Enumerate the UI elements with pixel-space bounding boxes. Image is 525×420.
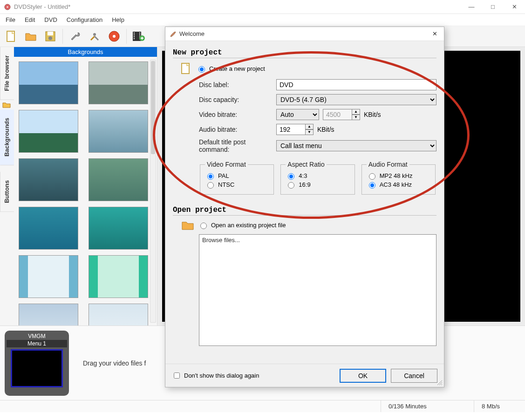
- menu-help[interactable]: Help: [107, 15, 129, 25]
- background-thumb[interactable]: [89, 61, 148, 104]
- vmgm-label: VMGM: [7, 332, 67, 340]
- audio-format-group: Audio Format MP2 48 kHz AC3 48 kHz: [361, 161, 436, 195]
- toolbar-settings-button[interactable]: [66, 27, 84, 46]
- new-project-heading: New project: [173, 47, 436, 58]
- resize-grip-icon[interactable]: [436, 379, 443, 386]
- toolbar-new-button[interactable]: [2, 27, 20, 46]
- toolbar-burn-button[interactable]: [105, 27, 123, 46]
- vbitrate-down-button[interactable]: ▼: [352, 115, 360, 120]
- audio-format-legend: Audio Format: [367, 161, 409, 168]
- disc-capacity-select[interactable]: DVD-5 (4.7 GB): [276, 94, 436, 105]
- create-project-radio[interactable]: Create a new project: [196, 65, 265, 73]
- svg-rect-14: [139, 33, 140, 34]
- status-minutes: 0/136 Minutes: [381, 400, 474, 412]
- dialog-title: Welcome: [179, 30, 425, 37]
- svg-point-1: [7, 6, 8, 7]
- thumbnails-scrollbar[interactable]: [150, 60, 156, 323]
- background-thumb[interactable]: [89, 255, 148, 298]
- svg-rect-2: [7, 31, 14, 41]
- svg-rect-15: [139, 34, 140, 35]
- brush-icon: [169, 30, 177, 38]
- window-titlebar: DVDStyler - Untitled* — □ ✕: [0, 0, 525, 14]
- scrollbar-thumb[interactable]: [151, 61, 155, 154]
- background-thumb[interactable]: [89, 207, 148, 250]
- menu-file[interactable]: File: [1, 15, 20, 25]
- disc-capacity-label: Disc capacity:: [173, 96, 276, 103]
- tab-file-browser[interactable]: File browser: [0, 47, 14, 100]
- background-thumb[interactable]: [89, 304, 148, 325]
- window-maximize-button[interactable]: □: [482, 0, 504, 14]
- background-thumb[interactable]: [89, 110, 148, 153]
- toolbar-open-button[interactable]: [21, 27, 40, 46]
- dontshow-checkbox[interactable]: [174, 373, 180, 379]
- audio-bitrate-label: Audio bitrate:: [173, 126, 276, 133]
- svg-rect-13: [134, 38, 135, 39]
- video-bitrate-mode-select[interactable]: Auto: [276, 109, 319, 120]
- mp2-radio[interactable]: MP2 48 kHz: [367, 172, 430, 180]
- toolbar-tools-button[interactable]: [85, 27, 104, 46]
- open-project-label: Open an existing project file: [211, 222, 286, 229]
- backgrounds-thumbnails: [14, 57, 157, 325]
- menu-edit[interactable]: Edit: [20, 15, 40, 25]
- menu-configuration[interactable]: Configuration: [62, 15, 107, 25]
- aspect-ratio-group: Aspect Ratio 4:3 16:9: [280, 161, 355, 195]
- disc-label-input[interactable]: [276, 79, 436, 90]
- background-thumb[interactable]: [19, 255, 78, 298]
- tab-backgrounds[interactable]: Backgrounds: [0, 109, 14, 165]
- toolbar-add-clip-button[interactable]: [130, 27, 148, 46]
- backgrounds-header: Backgrounds: [14, 47, 157, 57]
- create-radio-input[interactable]: [198, 66, 205, 73]
- post-command-label: Default title post command:: [173, 138, 276, 153]
- vmgm-item[interactable]: VMGM Menu 1: [5, 331, 69, 396]
- new-project-icon: [179, 62, 192, 75]
- window-close-button[interactable]: ✕: [504, 0, 525, 14]
- save-disk-icon: [44, 30, 57, 43]
- wrench-icon: [68, 30, 82, 43]
- open-project-heading: Open project: [173, 205, 436, 216]
- ar-43-radio[interactable]: 4:3: [286, 172, 349, 180]
- cancel-button[interactable]: Cancel: [391, 369, 437, 383]
- menu1-label: Menu 1: [7, 340, 67, 347]
- audio-bitrate-input[interactable]: [276, 124, 305, 135]
- ar-169-radio[interactable]: 16:9: [286, 181, 349, 189]
- statusbar: 0/136 Minutes 8 Mb/s: [0, 400, 525, 412]
- background-thumb[interactable]: [19, 61, 78, 104]
- svg-point-5: [48, 36, 52, 40]
- create-project-label: Create a new project: [209, 65, 265, 72]
- ok-button[interactable]: OK: [340, 369, 386, 383]
- menu-dvd[interactable]: DVD: [40, 15, 61, 25]
- post-command-select[interactable]: Call last menu: [276, 140, 436, 151]
- filmstrip-add-icon: [132, 30, 146, 43]
- ntsc-radio[interactable]: NTSC: [205, 181, 269, 189]
- video-format-legend: Video Format: [205, 161, 248, 168]
- video-format-group: Video Format PAL NTSC: [200, 161, 274, 195]
- video-bitrate-input[interactable]: [323, 109, 352, 120]
- menu1-thumbnail[interactable]: [11, 349, 63, 387]
- svg-rect-4: [48, 32, 53, 35]
- tab-buttons[interactable]: Buttons: [0, 172, 14, 212]
- pal-radio[interactable]: PAL: [205, 172, 269, 180]
- disc-label-label: Disc label:: [173, 81, 276, 88]
- abitrate-down-button[interactable]: ▼: [305, 129, 314, 135]
- background-thumb[interactable]: [19, 207, 78, 250]
- recent-files-list[interactable]: Browse files...: [199, 234, 436, 346]
- abitrate-up-button[interactable]: ▲: [305, 124, 314, 129]
- vbitrate-up-button[interactable]: ▲: [352, 109, 360, 115]
- ac3-radio[interactable]: AC3 48 kHz: [367, 181, 430, 189]
- open-project-radio[interactable]: Open an existing project file: [198, 221, 286, 229]
- tools-icon: [88, 30, 101, 43]
- window-minimize-button[interactable]: —: [461, 0, 482, 14]
- open-radio-input[interactable]: [200, 223, 207, 229]
- background-thumb[interactable]: [19, 110, 78, 153]
- folder-icon: [0, 100, 13, 109]
- toolbar-save-button[interactable]: [41, 27, 60, 46]
- browse-files-item[interactable]: Browse files...: [202, 237, 433, 244]
- folder-open-icon: [24, 30, 37, 43]
- aspect-ratio-legend: Aspect Ratio: [286, 161, 326, 168]
- background-thumb[interactable]: [19, 304, 78, 325]
- folder-open-icon: [181, 219, 194, 230]
- background-thumb[interactable]: [89, 158, 148, 201]
- dialog-titlebar: Welcome ✕: [165, 27, 444, 41]
- dialog-close-button[interactable]: ✕: [425, 27, 444, 41]
- background-thumb[interactable]: [19, 158, 78, 201]
